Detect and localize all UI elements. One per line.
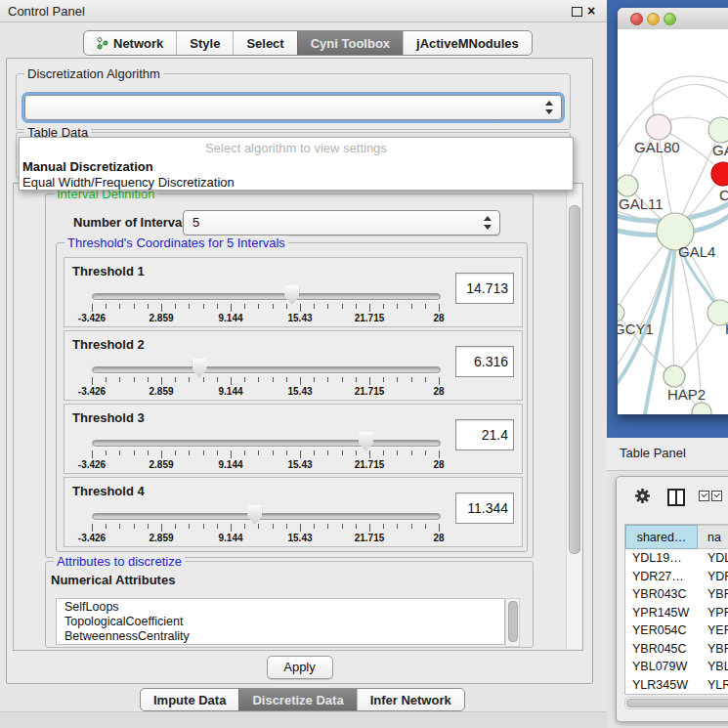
threshold-value-field[interactable] [455,346,514,377]
attribute-item-selfloops[interactable]: SelfLoops [57,599,504,614]
slider-tick [258,377,259,382]
slider-tick-label: 9.144 [218,459,242,470]
table-row[interactable]: YLR345WYLR3 [625,676,728,695]
table-row[interactable]: YDL19…YDL1 [625,549,728,568]
attribute-item-betweennesscentrality[interactable]: BetweennessCentrality [57,628,504,643]
slider-tick [286,524,287,529]
numerical-attributes-label: Numerical Attributes [51,573,175,587]
interval-definition-group: Interval Definition Number of Intervals … [45,193,534,558]
numerical-attributes-list[interactable]: SelfLoopsTopologicalCoefficientBetweenne… [56,598,505,645]
panel-scrollbar-thumb[interactable] [569,205,580,554]
table-row[interactable]: YPR145WYPR1 [625,604,728,622]
number-of-intervals-select[interactable]: 5 [183,210,500,236]
node-table: shared…na YDL19…YDL1YDR27…YDR2YBR043CYBR… [624,524,728,695]
table-hscrollbar[interactable] [624,697,728,709]
slider-tick [231,304,232,312]
control-panel-titlebar[interactable]: Control Panel × [0,0,607,22]
table-row[interactable]: YIL052CYIL0 [625,694,728,695]
network-node-ga[interactable] [708,117,728,143]
slider-tick [189,450,190,455]
table-row[interactable]: YBR043CYBR0 [625,585,728,604]
table-column-header-na[interactable]: na [698,525,728,549]
table-row[interactable]: YDR27…YDR2 [625,568,728,586]
tab-jactivemnodules[interactable]: jActiveMNodules [403,31,532,55]
slider-tick [161,377,162,385]
slider-tick [383,450,384,455]
tab-cyni-toolbox[interactable]: Cyni Toolbox [297,31,403,55]
tab-network[interactable]: Network [84,31,176,55]
network-node-label: GA [712,142,728,158]
slider-tick [203,524,204,529]
attribute-item-topologicalcoefficient[interactable]: TopologicalCoefficient [57,614,504,628]
slider-tick [175,304,176,309]
network-node-gcy1[interactable] [618,304,624,321]
table-cell: YPR1 [698,604,728,622]
zoom-traffic-light[interactable] [664,13,676,25]
close-traffic-light[interactable] [630,13,643,25]
table-row[interactable]: YBR045CYBR0 [625,640,728,659]
bottom-strip [0,711,607,728]
slider-tick [356,524,357,529]
table-panel-window: shared…na YDL19…YDL1YDR27…YDR2YBR043CYBR… [616,476,728,722]
tab-infer-network[interactable]: Infer Network [357,689,464,710]
slider-tick-label: -3.426 [78,459,106,470]
attributes-scrollbar[interactable] [505,598,520,647]
algorithm-select[interactable] [24,95,562,120]
algorithm-option-equal-width-frequency-discretization[interactable]: Equal Width/Frequency Discretization [20,174,573,190]
threshold-slider[interactable]: -3.4262.8599.14415.4321.71528 [84,503,448,544]
slider-tick-label: -3.426 [78,533,106,543]
panel-scrollbar[interactable] [566,185,581,649]
close-icon[interactable]: × [587,2,595,20]
algorithm-option-manual-discretization[interactable]: Manual Discretization [20,158,573,174]
network-node-label: GCY1 [618,321,654,337]
slider-tick [231,450,232,458]
slider-tick [119,304,120,309]
attributes-scrollbar-thumb[interactable] [508,601,518,642]
table-row[interactable]: YBL079WYBL0 [625,658,728,676]
slider-tick [439,450,440,458]
network-node-gal80[interactable] [646,114,671,140]
right-region: GAL80GACGAL11GAL4GCY1HHAP2 Table Panel [607,0,728,728]
table-cell: YDL1 [698,549,728,568]
slider-tick [244,450,245,455]
cyni-toolbox-panel: Discretization Algorithm Select algorith… [6,58,593,684]
threshold-slider[interactable]: -3.4262.8599.14415.4321.71528 [84,357,448,398]
tab-discretize-data[interactable]: Discretize Data [238,689,356,710]
select-columns-icon[interactable] [699,491,722,501]
attributes-group-label: Attributes to discretize [54,554,185,569]
slider-tick [342,524,343,529]
threshold-slider[interactable]: -3.4262.8599.14415.4321.71528 [84,283,448,324]
network-node-gal11[interactable] [618,175,638,196]
minimize-traffic-light[interactable] [647,13,660,25]
table-column-header-shared-[interactable]: shared… [625,525,698,549]
split-columns-icon[interactable] [667,489,685,506]
float-window-icon[interactable] [572,7,582,17]
table-hscrollbar-thumb[interactable] [626,699,728,707]
slider-tick-label: 15.43 [287,459,312,470]
network-canvas[interactable]: GAL80GACGAL11GAL4GCY1HHAP2 [618,29,728,414]
gear-icon[interactable] [634,488,651,504]
tab-style[interactable]: Style [176,31,233,55]
slider-tick [397,304,398,309]
tab-label: Network [113,36,163,51]
tab-impute-data[interactable]: Impute Data [141,689,238,710]
table-cell: YBR045C [625,640,698,659]
combo-arrows-icon [484,215,492,231]
threshold-value-field[interactable] [455,273,514,304]
table-toolbar [617,477,728,516]
slider-tick-label: 9.144 [218,533,242,543]
slider-tick [203,377,204,382]
slider-tick-label: 15.43 [287,533,312,543]
threshold-value-field[interactable] [455,492,514,524]
threshold-slider[interactable]: -3.4262.8599.14415.4321.71528 [84,430,448,471]
network-node-hap2[interactable] [664,365,685,387]
network-node-c[interactable] [711,162,728,186]
network-window-titlebar[interactable] [618,8,728,30]
table-row[interactable]: YER054CYER0 [625,621,728,640]
slider-tick [425,524,426,529]
threshold-value-field[interactable] [455,419,514,450]
slider-tick [300,377,301,385]
apply-button[interactable]: Apply [267,656,333,679]
number-of-intervals-value: 5 [193,215,199,230]
tab-select[interactable]: Select [233,31,296,55]
